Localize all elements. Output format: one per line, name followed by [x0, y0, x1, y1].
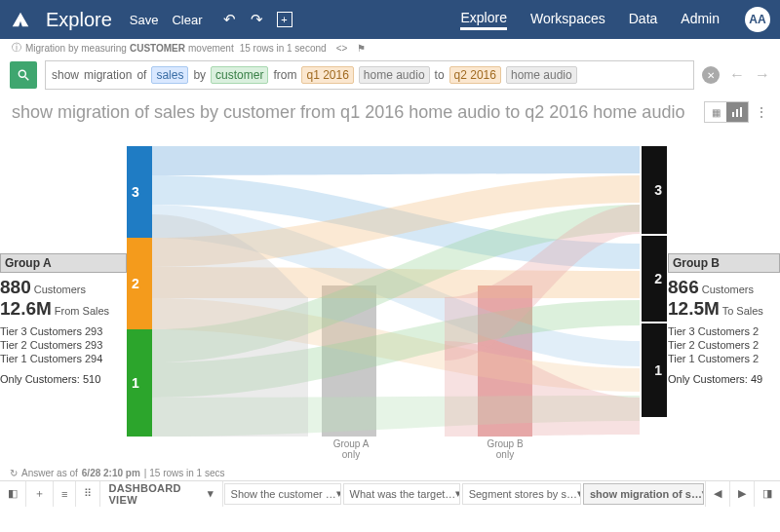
table-view-icon[interactable]: ▦ — [705, 102, 726, 122]
left-tier1-seg[interactable]: 1 — [127, 329, 152, 437]
next-icon[interactable]: ▶ — [729, 481, 754, 507]
answer-meta: ↻ Answer as of 6/28 2:10 pm | 15 rows in… — [0, 466, 780, 480]
left-tier2-seg[interactable]: 2 — [127, 238, 152, 329]
chart-view-icon[interactable] — [726, 102, 748, 122]
svg-rect-3 — [736, 109, 738, 117]
hint-meta: 15 rows in 1 second — [240, 43, 327, 54]
add-box-icon[interactable]: + — [275, 12, 294, 27]
nav-back-icon[interactable]: ← — [729, 66, 745, 84]
dashboard-view-button[interactable]: DASHBOARD VIEW ▾ — [100, 481, 222, 507]
redo-icon[interactable]: ↷ — [248, 11, 267, 28]
tier-label: 2 — [132, 276, 139, 291]
title-row: show migration of sales by customer from… — [0, 95, 780, 127]
svg-rect-4 — [740, 107, 742, 117]
query-pill-q1[interactable]: q1 2016 — [301, 66, 353, 84]
pinboard-item[interactable]: Segment stores by s…▾ — [462, 483, 581, 505]
search-button[interactable] — [10, 61, 37, 89]
group-a-only-label: Group A only — [312, 438, 390, 460]
sankey-chart: Group A 880 Customers 12.6M From Sales T… — [0, 127, 780, 466]
clear-action[interactable]: Clear — [172, 13, 202, 27]
query-pill-ha2[interactable]: home audio — [506, 66, 577, 84]
right-tier-bar: 3 2 1 — [642, 146, 667, 417]
nav-tab-data[interactable]: Data — [629, 11, 658, 28]
group-b-metric-label: To Sales — [720, 305, 763, 317]
group-a-tier1: Tier 1 Customers 294 — [0, 353, 127, 366]
query-pill-ha1[interactable]: home audio — [359, 66, 430, 84]
query-word: from — [273, 68, 296, 82]
answer-title: show migration of sales by customer from… — [12, 102, 704, 123]
tier-label: 1 — [132, 375, 139, 391]
svg-rect-2 — [732, 112, 734, 117]
left-tier3-seg[interactable]: 3 — [127, 146, 152, 238]
group-a-count: 880 — [0, 277, 31, 297]
query-hint: ⓘ Migration by measuring CUSTOMER moveme… — [0, 39, 780, 57]
top-nav: Explore Save Clear ↶ ↷ + Explore Workspa… — [0, 0, 780, 39]
panel-toggle-icon[interactable]: ◧ — [0, 481, 26, 507]
panel-right-icon[interactable]: ◨ — [754, 481, 780, 507]
brand-label: Explore — [46, 9, 112, 31]
meta-asof: Answer as of — [21, 468, 78, 478]
query-pill-customer[interactable]: customer — [211, 66, 268, 84]
save-action[interactable]: Save — [130, 13, 159, 27]
tier-label: 1 — [654, 362, 662, 378]
refresh-icon[interactable]: ↻ — [10, 468, 18, 478]
pin-label: show migration of s… — [590, 488, 702, 500]
flag-icon[interactable]: ⚑ — [357, 43, 366, 54]
group-b-metric: 12.5M — [668, 298, 720, 319]
group-a-count-label: Customers — [31, 284, 86, 295]
nav-fwd-icon[interactable]: → — [755, 66, 770, 84]
group-a-metric: 12.6M — [0, 298, 52, 319]
pin-label: What was the target… — [350, 488, 456, 500]
query-word: to — [435, 68, 445, 82]
tier-label: 3 — [132, 184, 139, 200]
nav-tab-workspaces[interactable]: Workspaces — [530, 11, 605, 28]
pin-label: Show the customer … — [231, 488, 336, 500]
group-b-tier1: Tier 1 Customers 2 — [668, 353, 780, 366]
list-icon[interactable]: ≡ — [54, 481, 76, 507]
group-a-only: Only Customers: 510 — [0, 373, 127, 385]
group-a-tier3: Tier 3 Customers 293 — [0, 325, 127, 339]
query-word: show — [52, 68, 79, 82]
query-pill-q2[interactable]: q2 2016 — [449, 66, 501, 84]
pinboard-item[interactable]: What was the target…▾ — [343, 483, 460, 505]
group-b-tier3: Tier 3 Customers 2 — [668, 325, 780, 339]
hint-post: movement — [188, 43, 234, 54]
code-icon[interactable]: <> — [336, 43, 348, 54]
pinboard-item-active[interactable]: show migration of s…▾ — [583, 483, 704, 505]
svg-point-0 — [19, 70, 25, 77]
more-menu-icon[interactable]: ⋮ — [755, 104, 768, 120]
app-logo-icon — [10, 9, 31, 30]
right-tier1-seg[interactable]: 1 — [642, 323, 667, 417]
add-pin-icon[interactable]: ＋ — [26, 481, 54, 507]
search-icon — [17, 68, 30, 82]
meta-rows: | 15 rows in 1 secs — [144, 468, 225, 478]
info-icon: ⓘ — [12, 41, 21, 55]
hint-bold: CUSTOMER — [130, 43, 185, 54]
pinboard-item[interactable]: Show the customer …▾ — [224, 483, 341, 505]
group-b-count: 866 — [668, 277, 699, 297]
group-a-panel: Group A 880 Customers 12.6M From Sales T… — [0, 253, 127, 385]
query-input[interactable]: show migration of sales by customer from… — [45, 60, 694, 90]
user-avatar[interactable]: AA — [745, 7, 770, 32]
undo-icon[interactable]: ↶ — [220, 11, 240, 28]
query-pill-sales[interactable]: sales — [151, 66, 188, 84]
nav-tab-admin[interactable]: Admin — [681, 11, 720, 28]
group-a-metric-label: From Sales — [52, 305, 109, 317]
nav-tab-explore[interactable]: Explore — [460, 10, 506, 30]
right-tier2-seg[interactable]: 2 — [642, 236, 667, 322]
bottom-toolbar: ◧ ＋ ≡ ⠿ DASHBOARD VIEW ▾ Show the custom… — [0, 480, 780, 506]
prev-icon[interactable]: ◀ — [705, 481, 729, 507]
query-word: by — [193, 68, 206, 82]
left-tier-bar: 3 2 1 — [127, 146, 152, 437]
group-a-header: Group A — [0, 253, 127, 273]
query-word: of — [136, 68, 146, 82]
group-a-tier2: Tier 2 Customers 293 — [0, 339, 127, 353]
group-b-only: Only Customers: 49 — [668, 373, 780, 385]
grid-icon[interactable]: ⠿ — [76, 481, 100, 507]
group-b-panel: Group B 866 Customers 12.5M To Sales Tie… — [668, 253, 780, 385]
clear-query-icon[interactable]: ✕ — [702, 66, 720, 84]
meta-ts: 6/28 2:10 pm — [82, 468, 140, 478]
sankey-flows — [152, 146, 640, 437]
right-tier3-seg[interactable]: 3 — [642, 146, 667, 234]
view-toggle: ▦ — [704, 101, 749, 123]
